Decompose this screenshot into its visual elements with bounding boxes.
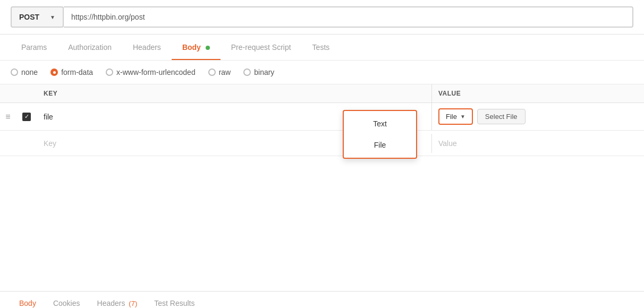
drag-handle[interactable]: ≡ <box>0 112 16 122</box>
radio-binary-circle <box>243 69 251 76</box>
col-value-header: VALUE <box>431 84 644 102</box>
url-bar: POST ▼ <box>0 0 644 35</box>
radio-raw[interactable]: raw <box>208 68 231 76</box>
bottom-tab-cookies[interactable]: Cookies <box>45 292 89 308</box>
radio-raw-circle <box>208 69 216 76</box>
method-chevron: ▼ <box>50 14 55 20</box>
method-select[interactable]: POST ▼ <box>11 6 64 28</box>
table-row-placeholder: Key Value <box>0 131 644 156</box>
request-tabs: Params Authorization Headers Body Pre-re… <box>0 35 644 61</box>
value-cell: File ▼ Select File <box>431 103 644 130</box>
col-check-header <box>16 84 37 102</box>
radio-binary[interactable]: binary <box>243 68 274 76</box>
radio-none[interactable]: none <box>11 68 38 76</box>
bottom-tabs: Body Cookies Headers (7) Test Results <box>0 291 644 308</box>
tab-body[interactable]: Body <box>172 35 221 60</box>
value-cell-placeholder: Value <box>431 134 644 153</box>
file-type-dropdown-button[interactable]: File ▼ <box>438 108 473 125</box>
body-dot <box>206 46 210 50</box>
tab-authorization[interactable]: Authorization <box>57 35 122 60</box>
row-checkbox[interactable] <box>16 113 37 121</box>
tab-pre-request-script[interactable]: Pre-request Script <box>221 35 302 60</box>
tab-tests[interactable]: Tests <box>302 35 341 60</box>
checkbox-checked[interactable] <box>22 113 31 121</box>
table-row: ≡ file File ▼ Select File <box>0 103 644 131</box>
tab-headers[interactable]: Headers <box>122 35 172 60</box>
body-type-row: none form-data x-www-form-urlencoded raw… <box>0 61 644 84</box>
bottom-tab-headers[interactable]: Headers (7) <box>89 292 146 308</box>
main-content: none form-data x-www-form-urlencoded raw… <box>0 61 644 308</box>
form-data-table: KEY VALUE ≡ file File ▼ Select File <box>0 84 644 156</box>
bottom-tab-test-results[interactable]: Test Results <box>146 292 203 308</box>
radio-x-www-form-urlencoded[interactable]: x-www-form-urlencoded <box>106 68 196 76</box>
dropdown-arrow: ▼ <box>460 114 465 119</box>
radio-form-data-circle <box>50 69 58 76</box>
radio-form-data[interactable]: form-data <box>50 68 93 76</box>
dropdown-item-file[interactable]: File <box>344 134 416 156</box>
url-input[interactable] <box>64 6 633 28</box>
dropdown-item-text[interactable]: Text <box>344 113 416 134</box>
radio-none-circle <box>11 69 18 76</box>
col-key-header: KEY <box>37 84 431 102</box>
bottom-tab-body[interactable]: Body <box>11 292 45 308</box>
table-header: KEY VALUE <box>0 84 644 103</box>
tab-params[interactable]: Params <box>11 35 57 60</box>
col-drag-header <box>0 84 16 102</box>
type-dropdown-menu: Text File <box>343 110 417 159</box>
select-file-button[interactable]: Select File <box>477 109 526 124</box>
headers-badge: (7) <box>129 300 137 307</box>
radio-urlencoded-circle <box>106 69 113 76</box>
method-label: POST <box>19 13 39 21</box>
